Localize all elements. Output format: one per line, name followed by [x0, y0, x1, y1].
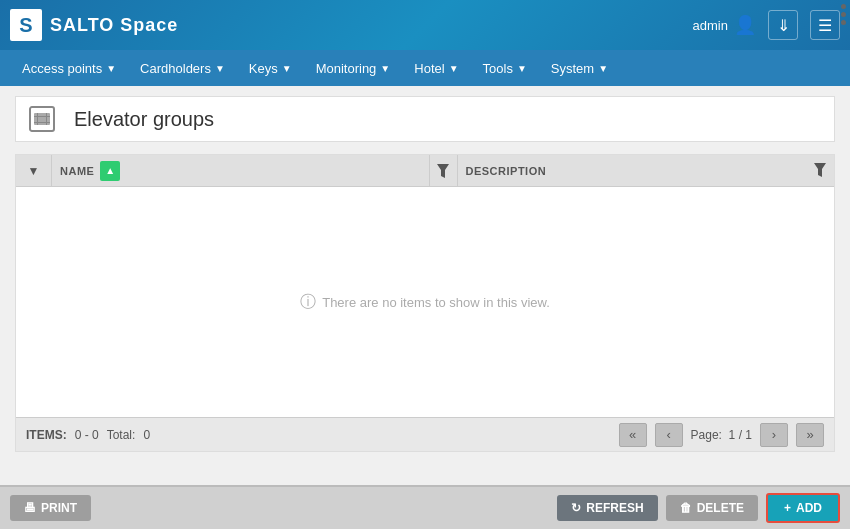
svg-rect-2 — [37, 113, 38, 125]
th-desc-filter[interactable] — [814, 163, 826, 179]
chevron-down-icon: ▼ — [517, 63, 527, 74]
chevron-down-icon: ▼ — [282, 63, 292, 74]
svg-rect-5 — [34, 122, 50, 123]
prev-page-button[interactable]: ‹ — [655, 423, 683, 447]
total-value: 0 — [143, 428, 150, 442]
th-toggle[interactable]: ▼ — [16, 155, 52, 186]
bottom-toolbar: 🖶 PRINT ↻ REFRESH 🗑 DELETE + ADD — [0, 485, 850, 529]
username: admin — [693, 18, 728, 33]
pagination: ITEMS: 0 - 0 Total: 0 « ‹ Page: 1 / 1 › … — [16, 417, 834, 451]
app-logo: S SALTO Space — [10, 9, 178, 41]
page-header: Elevator groups — [15, 96, 835, 142]
svg-marker-7 — [814, 163, 826, 177]
logo-name: SALTO Space — [50, 15, 178, 36]
elevator-groups-table: ▼ NAME ▲ DESCRIPTION ⓘ There are no item… — [15, 154, 835, 452]
svg-marker-6 — [437, 164, 449, 178]
delete-button[interactable]: 🗑 DELETE — [666, 495, 758, 521]
header-right: admin 👤 ⇓ ☰ — [693, 10, 840, 40]
chevron-down-icon: ▼ — [380, 63, 390, 74]
user-icon: 👤 — [734, 14, 756, 36]
page-title: Elevator groups — [74, 108, 214, 131]
next-page-button[interactable]: › — [760, 423, 788, 447]
add-button[interactable]: + ADD — [766, 493, 840, 523]
chevron-down-icon: ▼ — [106, 63, 116, 74]
first-page-button[interactable]: « — [619, 423, 647, 447]
print-icon: 🖶 — [24, 501, 36, 515]
download-icon[interactable]: ⇓ — [768, 10, 798, 40]
refresh-icon: ↻ — [571, 501, 581, 515]
svg-rect-1 — [34, 113, 50, 125]
nav-system[interactable]: System ▼ — [539, 50, 620, 86]
user-info: admin 👤 — [693, 14, 756, 36]
app-header: S SALTO Space admin 👤 ⇓ ☰ — [0, 0, 850, 50]
svg-rect-3 — [46, 113, 47, 125]
add-icon: + — [784, 501, 791, 515]
nav-access-points[interactable]: Access points ▼ — [10, 50, 128, 86]
print-button[interactable]: 🖶 PRINT — [10, 495, 91, 521]
logo-letter: S — [19, 14, 32, 37]
th-description: DESCRIPTION — [458, 155, 835, 186]
info-icon: ⓘ — [300, 292, 316, 313]
last-page-button[interactable]: » — [796, 423, 824, 447]
table-body: ⓘ There are no items to show in this vie… — [16, 187, 834, 417]
elevator-icon — [28, 105, 56, 133]
refresh-button[interactable]: ↻ REFRESH — [557, 495, 657, 521]
table-header: ▼ NAME ▲ DESCRIPTION — [16, 155, 834, 187]
chevron-down-icon: ▼ — [598, 63, 608, 74]
logo-box: S — [10, 9, 42, 41]
navbar: Access points ▼ Cardholders ▼ Keys ▼ Mon… — [0, 50, 850, 86]
nav-tools[interactable]: Tools ▼ — [471, 50, 539, 86]
delete-icon: 🗑 — [680, 501, 692, 515]
items-range: 0 - 0 — [75, 428, 99, 442]
th-name-filter[interactable] — [430, 155, 458, 186]
nav-monitoring[interactable]: Monitoring ▼ — [304, 50, 403, 86]
chevron-down-icon: ▼ — [215, 63, 225, 74]
nav-cardholders[interactable]: Cardholders ▼ — [128, 50, 237, 86]
corner-decoration — [841, 4, 846, 25]
svg-rect-4 — [34, 116, 50, 117]
nav-hotel[interactable]: Hotel ▼ — [402, 50, 470, 86]
items-label: ITEMS: — [26, 428, 67, 442]
empty-message: There are no items to show in this view. — [322, 295, 550, 310]
nav-keys[interactable]: Keys ▼ — [237, 50, 304, 86]
total-label: Total: — [107, 428, 136, 442]
page-label: Page: 1 / 1 — [691, 428, 752, 442]
th-name: NAME ▲ — [52, 155, 430, 186]
chevron-down-icon: ▼ — [449, 63, 459, 74]
sort-button[interactable]: ▲ — [100, 161, 120, 181]
main-content: Elevator groups ▼ NAME ▲ DESCRIPTION ⓘ T… — [0, 86, 850, 485]
menu-icon[interactable]: ☰ — [810, 10, 840, 40]
